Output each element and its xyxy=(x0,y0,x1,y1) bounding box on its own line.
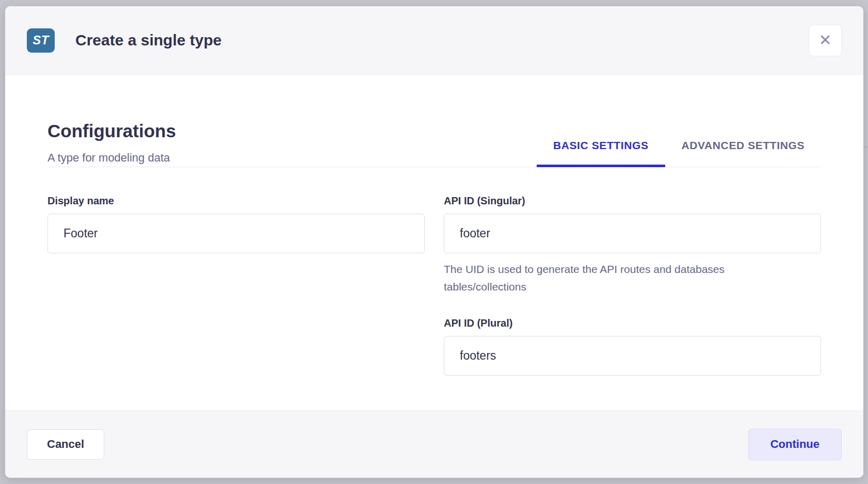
api-id-singular-group: API ID (Singular) The UID is used to gen… xyxy=(444,194,821,296)
api-id-singular-hint: The UID is used to generate the API rout… xyxy=(444,261,759,296)
settings-tabs: BASIC SETTINGS ADVANCED SETTINGS xyxy=(537,139,821,167)
section-head: Configurations A type for modeling data … xyxy=(47,120,821,167)
display-name-label: Display name xyxy=(47,194,425,207)
backdrop-artifact xyxy=(863,147,868,148)
display-name-input[interactable] xyxy=(47,214,425,253)
api-id-singular-input[interactable] xyxy=(444,214,821,253)
cancel-button[interactable]: Cancel xyxy=(27,429,104,460)
api-id-singular-label: API ID (Singular) xyxy=(444,194,821,207)
page-subtitle: A type for modeling data xyxy=(47,150,537,167)
section-head-text: Configurations A type for modeling data xyxy=(47,120,537,167)
form-column-left: Display name xyxy=(47,194,425,376)
close-icon: ✕ xyxy=(818,33,831,48)
page-title: Configurations xyxy=(47,120,537,142)
modal-footer: Cancel Continue xyxy=(5,410,863,478)
display-name-group: Display name xyxy=(47,194,425,253)
continue-button[interactable]: Continue xyxy=(748,429,842,460)
close-button[interactable]: ✕ xyxy=(809,25,842,56)
form-column-right: API ID (Singular) The UID is used to gen… xyxy=(444,194,821,376)
tab-advanced-settings[interactable]: ADVANCED SETTINGS xyxy=(665,139,822,167)
single-type-badge-label: ST xyxy=(33,33,49,47)
api-id-plural-input[interactable] xyxy=(444,336,821,376)
tab-basic-settings[interactable]: BASIC SETTINGS xyxy=(537,139,665,167)
configuration-form: Display name API ID (Singular) The UID i… xyxy=(47,194,821,376)
single-type-badge-icon: ST xyxy=(27,28,55,53)
api-id-plural-group: API ID (Plural) xyxy=(444,316,821,376)
api-id-plural-label: API ID (Plural) xyxy=(444,316,821,330)
modal-header: ST Create a single type ✕ xyxy=(5,6,863,75)
modal-body: Configurations A type for modeling data … xyxy=(5,75,863,410)
create-single-type-modal: ST Create a single type ✕ Configurations… xyxy=(5,6,863,478)
modal-title: Create a single type xyxy=(75,31,221,49)
